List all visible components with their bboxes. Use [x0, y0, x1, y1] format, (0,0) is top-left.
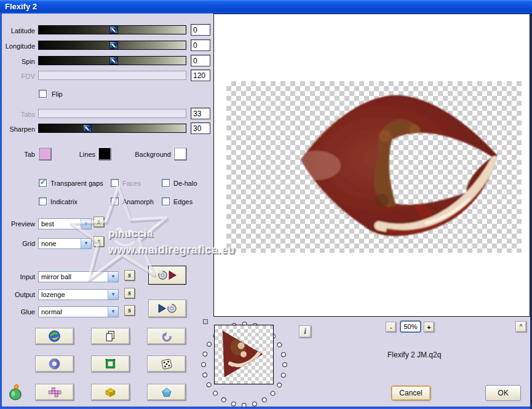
tabs-slider — [38, 109, 186, 118]
longitude-slider[interactable] — [38, 41, 186, 50]
input-combo-value: mirror ball — [39, 272, 108, 282]
output-combo[interactable]: lozenge ▾ — [38, 289, 119, 300]
pentagon-icon — [161, 386, 173, 399]
chevron-down-icon[interactable]: ▾ — [108, 307, 118, 317]
latitude-slider-thumb[interactable] — [109, 26, 118, 34]
fov-value-input[interactable] — [191, 69, 210, 81]
sharpen-label: Sharpen — [0, 125, 35, 133]
window-title: Flexify 2 — [5, 2, 37, 11]
anamorph-checkbox[interactable] — [111, 197, 119, 205]
random-settings-button[interactable] — [147, 355, 186, 372]
output-reset-button[interactable]: s — [124, 288, 135, 298]
chevron-down-icon[interactable]: ▾ — [108, 272, 118, 282]
transparent-gaps-label: Transparent gaps — [50, 180, 109, 187]
info-icon: i — [304, 327, 306, 336]
latitude-label: Latitude — [0, 27, 35, 34]
glue-combo[interactable]: normal ▾ — [38, 306, 119, 317]
zoom-out-button[interactable]: - — [386, 322, 396, 332]
spin-slider[interactable] — [38, 56, 186, 65]
load-preset-button[interactable] — [148, 266, 186, 285]
chevron-down-icon[interactable]: ▾ — [81, 219, 91, 229]
unfold-net-button[interactable] — [35, 384, 74, 400]
ring-shape-button[interactable] — [35, 355, 74, 372]
lines-color-label: Lines — [62, 151, 95, 158]
window-border-left — [0, 14, 2, 409]
preview-combo[interactable]: best ▾ — [38, 218, 92, 229]
preview-image-lozenge — [280, 87, 508, 259]
ring-icon — [48, 357, 61, 370]
flip-label: Flip — [52, 90, 76, 98]
input-combo[interactable]: mirror ball ▾ — [38, 271, 119, 282]
tabs-value-input[interactable] — [191, 108, 210, 119]
preview-reset-button[interactable]: s — [93, 216, 104, 227]
indicatrix-checkbox[interactable] — [39, 197, 47, 205]
collapse-button[interactable]: ^ — [515, 321, 526, 332]
save-preset-button[interactable] — [148, 300, 186, 317]
spin-slider-thumb[interactable] — [109, 57, 118, 65]
polyhedron-shape-button[interactable] — [147, 384, 186, 400]
brick-shape-button[interactable] — [91, 384, 130, 400]
copy-pages-icon — [104, 330, 117, 343]
grid-reset-button[interactable]: s — [93, 236, 104, 247]
glue-combo-value: normal — [39, 307, 108, 317]
frame-shape-button[interactable] — [91, 355, 130, 372]
latitude-slider[interactable] — [38, 25, 186, 34]
zoom-level: 50% — [400, 320, 421, 333]
grid-combo-label: Grid — [0, 240, 35, 247]
preset-name: Flexify 2 JM.q2q — [387, 351, 523, 359]
preview-thumbnail[interactable] — [214, 325, 274, 384]
undo-button[interactable] — [147, 328, 186, 344]
flip-checkbox[interactable] — [39, 90, 47, 98]
input-reset-button[interactable]: s — [124, 270, 135, 280]
latitude-value-input[interactable] — [191, 24, 210, 36]
tab-color-swatch[interactable] — [39, 148, 51, 160]
chevron-down-icon[interactable]: ▾ — [108, 290, 118, 300]
dehalo-label: De-halo — [173, 180, 207, 187]
globe-mode-button[interactable] — [35, 328, 74, 344]
spin-value-input[interactable] — [191, 55, 210, 66]
edges-checkbox[interactable] — [162, 197, 170, 205]
lines-color-swatch[interactable] — [98, 148, 111, 160]
collapse-caret-icon: ^ — [520, 324, 523, 330]
preview-combo-value: best — [39, 219, 81, 229]
longitude-value-input[interactable] — [191, 39, 210, 51]
faces-label: Faces — [122, 180, 153, 187]
dice-icon — [160, 357, 173, 371]
titlebar[interactable]: Flexify 2 — [0, 0, 532, 14]
glue-combo-label: Glue — [0, 308, 35, 316]
cube-net-icon — [48, 386, 62, 398]
longitude-slider-thumb[interactable] — [109, 41, 118, 49]
flaming-pear-icon — [7, 384, 24, 401]
longitude-label: Longitude — [0, 42, 35, 50]
zoom-in-button[interactable]: + — [424, 322, 434, 332]
green-frame-icon — [104, 357, 117, 370]
cancel-button[interactable]: Cancel — [391, 386, 431, 400]
sharpen-slider[interactable] — [38, 124, 186, 133]
background-color-label: Background — [123, 151, 171, 158]
sharpen-value-input[interactable] — [191, 122, 210, 134]
zoom-in-label: + — [427, 324, 431, 331]
thumbnail-image — [215, 325, 273, 384]
preview-panel[interactable] — [213, 14, 530, 317]
info-button[interactable]: i — [299, 325, 311, 338]
sharpen-slider-thumb[interactable] — [83, 124, 92, 132]
ok-button[interactable]: OK — [485, 385, 521, 401]
spin-label: Spin — [0, 58, 35, 65]
transparent-gaps-checkbox[interactable]: ✓ — [39, 179, 47, 187]
ok-label: OK — [498, 389, 508, 397]
glue-reset-button[interactable]: s — [124, 305, 135, 316]
check-icon: ✓ — [40, 178, 46, 186]
copy-button[interactable] — [91, 328, 130, 344]
lego-brick-icon — [104, 386, 117, 399]
zoom-out-label: - — [390, 324, 392, 331]
chevron-down-icon[interactable]: ▾ — [81, 239, 91, 248]
background-color-swatch[interactable] — [174, 148, 186, 160]
dehalo-checkbox[interactable] — [162, 179, 170, 187]
edges-label: Edges — [173, 198, 204, 205]
watermark-name: pinuccia — [108, 228, 153, 240]
indicatrix-label: Indicatrix — [50, 198, 87, 205]
tabs-label: Tabs — [0, 111, 35, 118]
grid-combo[interactable]: none ▾ — [38, 238, 92, 249]
globe-icon — [48, 330, 61, 343]
window-border-bottom — [0, 407, 532, 409]
